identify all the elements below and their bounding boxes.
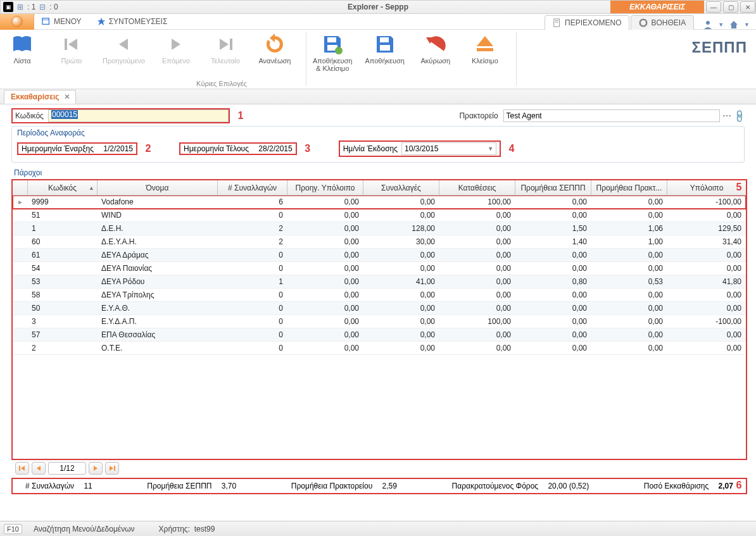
qa-icon-1: ⊞: [17, 3, 23, 11]
grid-header-handle: [13, 180, 28, 195]
first-button[interactable]: Πρώτο: [53, 32, 90, 86]
row-handle[interactable]: [13, 262, 28, 275]
menu-button[interactable]: ΜΕΝΟΥ: [34, 17, 89, 26]
table-row[interactable]: ▸9999Vodafone60,000,00100,000,000,00-100…: [13, 196, 746, 209]
row-handle[interactable]: [13, 289, 28, 301]
pager-text[interactable]: 1/12: [48, 462, 86, 475]
maximize-button[interactable]: ▢: [723, 1, 738, 13]
row-handle[interactable]: [13, 249, 28, 261]
row-handle[interactable]: [13, 209, 28, 221]
code-label: Κωδικός: [13, 109, 48, 122]
row-handle[interactable]: [13, 302, 28, 315]
last-button[interactable]: Τελευταίο: [207, 32, 244, 86]
app-corner-button[interactable]: [0, 14, 34, 30]
home-dropdown-icon[interactable]: ▼: [744, 22, 750, 28]
grid-header-fee-agent[interactable]: Προμήθεια Πρακτ...: [591, 180, 667, 195]
row-handle[interactable]: ▸: [13, 196, 28, 208]
table-row[interactable]: 1Δ.Ε.Η.20,00128,000,001,501,06129,50: [13, 222, 746, 235]
table-cell: 1,50: [515, 222, 591, 235]
list-button[interactable]: Λίστα: [4, 32, 41, 86]
tab-content[interactable]: ΠΕΡΙΕΧΟΜΕΝΟ: [545, 15, 629, 30]
agent-input[interactable]: Test Agent: [503, 109, 720, 122]
table-cell: 0,00: [363, 289, 439, 301]
tab-help[interactable]: ΒΟΗΘΕΙΑ: [631, 15, 694, 30]
tab-content-label: ΠΕΡΙΕΧΟΜΕΝΟ: [565, 18, 621, 27]
code-input[interactable]: 000015: [48, 109, 229, 122]
user-icon[interactable]: [703, 20, 713, 30]
table-row[interactable]: 3Ε.Υ.Δ.Α.Π.00,000,00100,000,000,00-100,0…: [13, 315, 746, 328]
table-row[interactable]: 61ΔΕΥΑ Δράμας00,000,000,000,000,000,00: [13, 249, 746, 262]
grid-header-trans[interactable]: Συναλλαγές: [363, 180, 439, 195]
close-button[interactable]: Κλείσιμο: [467, 32, 503, 86]
grid-title: Πάροχοι: [11, 166, 745, 179]
table-cell: 54: [28, 262, 98, 275]
shortcuts-button[interactable]: ΣΥΝΤΟΜΕΥΣΕΙΣ: [89, 17, 175, 26]
grid-header-name[interactable]: Όνομα: [98, 180, 218, 195]
table-cell: 0,00: [287, 315, 363, 328]
status-search-hint[interactable]: Αναζήτηση Μενού/Δεδομένων: [34, 525, 135, 533]
row-handle[interactable]: [13, 235, 28, 248]
dropdown-icon[interactable]: ▼: [488, 146, 493, 152]
svg-point-6: [706, 21, 710, 25]
row-handle[interactable]: [13, 328, 28, 341]
table-cell: 51: [28, 209, 98, 221]
prev-button[interactable]: Προηγούμενο: [103, 32, 145, 86]
table-cell: ΔΕΥΑ Τρίπολης: [98, 289, 218, 301]
table-row[interactable]: 2Ο.Τ.Ε.00,000,000,000,000,000,00: [13, 342, 746, 355]
titlebar-tab-clearings[interactable]: ΕΚΚΑΘΑΡΙΣΕΙΣ: [610, 1, 704, 13]
prev-label: Προηγούμενο: [103, 57, 145, 65]
agent-attach-icon[interactable]: 🔗: [732, 108, 747, 123]
agent-value: Test Agent: [507, 111, 542, 120]
row-handle[interactable]: [13, 315, 28, 328]
document-tab-clearings[interactable]: Εκκαθαρίσεις ✕: [4, 90, 76, 104]
save-close-label: Αποθήκευση & Κλείσιμο: [313, 57, 352, 72]
grid-header-row: Κωδικός▲ Όνομα # Συναλλαγών Προηγ. Υπόλο…: [13, 180, 746, 196]
grid-body[interactable]: ▸9999Vodafone60,000,00100,000,000,00-100…: [13, 196, 746, 459]
table-cell: 0,00: [439, 302, 515, 315]
pager-last-button[interactable]: [105, 462, 119, 475]
end-date-value[interactable]: 28/2/2015: [258, 144, 292, 153]
table-cell: 0,00: [363, 249, 439, 261]
table-row[interactable]: 50Ε.Υ.Α.Θ.00,000,000,000,000,000,00: [13, 302, 746, 315]
table-cell: Δ.Ε.Η.: [98, 222, 218, 235]
save-close-button[interactable]: Αποθήκευση & Κλείσιμο: [313, 32, 352, 86]
table-row[interactable]: 54ΔΕΥΑ Παιονίας00,000,000,000,000,000,00: [13, 262, 746, 275]
pager-first-button[interactable]: [15, 462, 29, 475]
row-handle[interactable]: [13, 342, 28, 354]
pager-prev-button[interactable]: [32, 462, 46, 475]
table-cell: 0,53: [591, 275, 667, 288]
table-row[interactable]: 51WIND00,000,000,000,000,000,00: [13, 209, 746, 222]
pager-next-button[interactable]: [89, 462, 103, 475]
grid-header-dep[interactable]: Καταθέσεις: [439, 180, 515, 195]
user-dropdown-icon[interactable]: ▼: [718, 22, 724, 28]
table-cell: 0,00: [287, 302, 363, 315]
refresh-button[interactable]: Ανανέωση: [256, 32, 293, 86]
table-row[interactable]: 58ΔΕΥΑ Τρίπολης00,000,000,000,000,000,00: [13, 289, 746, 302]
table-row[interactable]: 53ΔΕΥΑ Ρόδου10,0041,000,000,800,5341,80: [13, 275, 746, 289]
cancel-button[interactable]: Ακύρωση: [417, 32, 454, 86]
grid-header-fee-seppp[interactable]: Προμήθεια ΣΕΠΠΠ: [515, 180, 591, 195]
cancel-label: Ακύρωση: [421, 57, 451, 65]
issue-date-input[interactable]: 10/3/2015 ▼: [401, 142, 496, 155]
row-handle[interactable]: [13, 222, 28, 235]
grid-header-count[interactable]: # Συναλλαγών: [218, 180, 287, 195]
home-icon[interactable]: [729, 20, 739, 30]
table-row[interactable]: 60Δ.Ε.Υ.Α.Η.20,0030,000,001,401,0031,40: [13, 235, 746, 249]
save-button[interactable]: Αποθήκευση: [365, 32, 404, 86]
table-row[interactable]: 57ΕΠΑ Θεσσαλίας00,000,000,000,000,000,00: [13, 328, 746, 342]
grid-header-prev[interactable]: Προηγ. Υπόλοιπο: [287, 180, 363, 195]
qa-count-2: : 0: [49, 3, 58, 11]
grid-header-code[interactable]: Κωδικός▲: [28, 180, 98, 195]
start-date-value[interactable]: 1/2/2015: [103, 144, 133, 153]
next-button[interactable]: Επόμενο: [158, 32, 194, 86]
row-handle[interactable]: [13, 275, 28, 288]
table-cell: 2: [218, 222, 287, 235]
close-window-button[interactable]: ✕: [740, 1, 755, 13]
providers-grid: Κωδικός▲ Όνομα # Συναλλαγών Προηγ. Υπόλο…: [11, 179, 747, 460]
close-tab-icon[interactable]: ✕: [64, 92, 70, 101]
list-label: Λίστα: [13, 57, 30, 65]
agent-lookup-button[interactable]: ⋯: [722, 111, 731, 121]
svg-rect-12: [380, 37, 389, 42]
refresh-icon: [264, 34, 286, 55]
minimize-button[interactable]: —: [706, 1, 721, 13]
